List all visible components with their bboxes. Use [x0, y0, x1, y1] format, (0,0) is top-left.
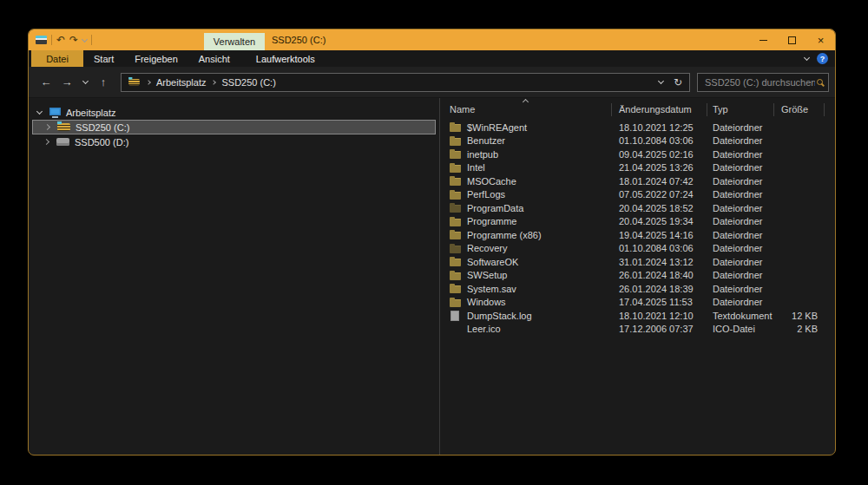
chevron-right-icon[interactable]: [44, 124, 50, 130]
tab-laufwerktools[interactable]: Laufwerktools: [246, 50, 326, 67]
titlebar: ↶ ↷ Verwalten SSD250 (C:) ×: [29, 29, 835, 50]
collapse-ribbon-chevron-icon[interactable]: [804, 55, 810, 61]
breadcrumb[interactable]: Arbeitsplatz SSD250 (C:) ↻: [121, 73, 690, 92]
file-row[interactable]: Programme (x86) 19.04.2025 14:16 Dateior…: [440, 228, 835, 242]
chevron-right-icon[interactable]: [43, 139, 49, 145]
file-row[interactable]: DumpStack.log 18.10.2021 12:10 Textdokum…: [440, 309, 835, 323]
file-name-cell: SoftwareOK: [440, 257, 612, 267]
file-list-rows: $WinREAgent 18.10.2021 12:25 Dateiordner…: [440, 121, 835, 336]
recent-locations-chevron-icon[interactable]: [77, 81, 93, 83]
file-row[interactable]: Windows 17.04.2025 11:53 Dateiordner: [440, 296, 835, 310]
file-row[interactable]: PerfLogs 07.05.2022 07:24 Dateiordner: [440, 188, 835, 202]
file-name: $WinREAgent: [467, 122, 527, 133]
column-header-size[interactable]: Größe: [774, 98, 825, 121]
file-icon: [450, 138, 461, 146]
minimize-icon: [760, 40, 767, 41]
breadcrumb-chevron-icon[interactable]: [212, 80, 217, 85]
file-icon: [450, 165, 461, 173]
column-header-type[interactable]: Typ: [707, 98, 774, 121]
file-icon: [450, 232, 461, 239]
refresh-button[interactable]: ↻: [674, 76, 682, 88]
file-name: Leer.ico: [467, 324, 501, 334]
search-input[interactable]: [703, 76, 817, 88]
computer-icon: [49, 108, 61, 115]
file-type: Dateiordner: [707, 297, 774, 307]
file-row[interactable]: inetpub 09.04.2025 02:16 Dateiordner: [440, 147, 835, 161]
column-header-label: Änderungsdatum: [619, 104, 692, 115]
file-name-cell: Recovery: [440, 243, 612, 253]
file-name-cell: Leer.ico: [440, 324, 612, 334]
tree-item-arbeitsplatz[interactable]: Arbeitsplatz: [29, 105, 439, 120]
address-dropdown-chevron-icon[interactable]: [658, 78, 664, 84]
file-name: Intel: [467, 162, 485, 173]
minimize-button[interactable]: [749, 29, 778, 50]
tab-datei[interactable]: Datei: [31, 50, 83, 67]
file-type: Dateiordner: [707, 216, 774, 226]
file-icon: [450, 259, 461, 266]
file-type: Dateiordner: [707, 243, 774, 253]
file-name-cell: Programme: [440, 216, 612, 226]
file-date: 17.12.2006 07:37: [612, 324, 707, 334]
redo-icon[interactable]: ↷: [69, 35, 78, 45]
file-date: 18.10.2021 12:25: [612, 122, 707, 133]
file-row[interactable]: Benutzer 01.10.2084 03:06 Dateiordner: [440, 134, 835, 148]
search-icon[interactable]: [817, 79, 823, 85]
file-date: 21.04.2025 13:26: [612, 162, 707, 173]
help-icon[interactable]: ?: [817, 53, 828, 64]
file-row[interactable]: Programme 20.04.2025 19:34 Dateiordner: [440, 215, 835, 229]
breadcrumb-chevron-icon[interactable]: [146, 80, 151, 85]
file-row[interactable]: $WinREAgent 18.10.2021 12:25 Dateiordner: [440, 121, 835, 134]
file-name: SoftwareOK: [467, 257, 518, 267]
sort-ascending-icon: [523, 99, 529, 105]
file-row[interactable]: Recovery 01.10.2084 03:06 Dateiordner: [440, 242, 835, 256]
forward-button[interactable]: →: [56, 75, 77, 88]
quick-access-toolbar: ↶ ↷: [36, 35, 92, 45]
file-row[interactable]: System.sav 26.01.2024 18:39 Dateiordner: [440, 282, 835, 296]
close-button[interactable]: ×: [806, 29, 835, 50]
file-date: 01.10.2084 03:06: [612, 243, 707, 253]
file-name-cell: $WinREAgent: [440, 122, 612, 133]
contextual-tab-verwalten[interactable]: Verwalten: [204, 33, 265, 50]
file-name: Programme (x86): [467, 230, 542, 240]
file-name: PerfLogs: [467, 189, 505, 200]
file-type: Dateiordner: [707, 122, 774, 133]
breadcrumb-item-arbeitsplatz[interactable]: Arbeitsplatz: [156, 77, 206, 88]
undo-icon[interactable]: ↶: [56, 35, 65, 45]
file-icon: [450, 192, 461, 200]
up-button[interactable]: ↑: [93, 75, 114, 88]
tab-ansicht[interactable]: Ansicht: [188, 50, 240, 67]
column-header-name[interactable]: Name: [440, 98, 612, 121]
ribbon-tab-row: Datei Start Freigeben Ansicht Laufwerkto…: [29, 50, 835, 67]
chevron-down-icon[interactable]: [36, 108, 43, 115]
file-icon: [450, 311, 459, 321]
file-row[interactable]: MSOCache 18.01.2024 07:42 Dateiordner: [440, 174, 835, 188]
breadcrumb-item-ssd250[interactable]: SSD250 (C:): [221, 77, 275, 88]
qat-customize-chevron-icon[interactable]: [82, 36, 88, 42]
file-type: Dateiordner: [707, 203, 774, 213]
file-row[interactable]: Intel 21.04.2025 13:26 Dateiordner: [440, 161, 835, 175]
file-date: 31.01.2024 13:12: [612, 257, 707, 267]
app-icon: [36, 36, 47, 44]
navigation-buttons: ← → ↑: [36, 75, 114, 88]
file-row[interactable]: SWSetup 26.01.2024 18:40 Dateiordner: [440, 269, 835, 283]
file-name-cell: MSOCache: [440, 176, 612, 187]
column-header-date[interactable]: Änderungsdatum: [612, 98, 707, 121]
tree-item-ssd500[interactable]: SSD500 (D:): [29, 134, 439, 149]
file-row[interactable]: SoftwareOK 31.01.2024 13:12 Dateiordner: [440, 255, 835, 269]
divider: [91, 35, 92, 45]
maximize-button[interactable]: [778, 29, 806, 50]
file-name-cell: Benutzer: [440, 135, 612, 146]
tree-item-ssd250[interactable]: SSD250 (C:): [32, 120, 436, 134]
file-name-cell: Windows: [440, 297, 612, 307]
file-date: 19.04.2025 14:16: [612, 230, 707, 240]
back-button[interactable]: ←: [36, 75, 56, 88]
tab-freigeben[interactable]: Freigeben: [124, 50, 188, 67]
tab-start[interactable]: Start: [83, 50, 124, 67]
file-list-pane: Name Änderungsdatum Typ Größe: [439, 98, 835, 455]
file-name: inetpub: [467, 149, 498, 160]
file-date: 26.01.2024 18:40: [612, 270, 707, 280]
file-name-cell: inetpub: [440, 149, 612, 160]
tree-item-label: SSD500 (D:): [75, 137, 128, 147]
file-row[interactable]: ProgramData 20.04.2025 18:52 Dateiordner: [440, 201, 835, 215]
file-row[interactable]: Leer.ico 17.12.2006 07:37 ICO-Datei 2 KB: [440, 323, 835, 337]
